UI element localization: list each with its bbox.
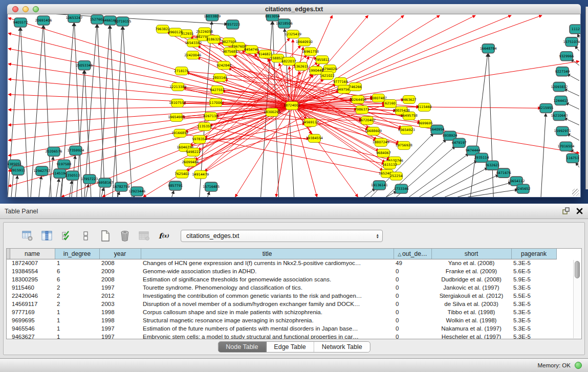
column-header-name[interactable]: name — [10, 249, 55, 259]
graph-node[interactable]: 22420046 — [184, 51, 201, 59]
table-cell[interactable]: 0 — [394, 292, 431, 300]
graph-node[interactable]: 12093832 — [551, 82, 568, 92]
table-row[interactable]: 1830029562008Estimation of significance … — [7, 275, 556, 283]
graph-node[interactable]: 17359924 — [67, 146, 84, 155]
table-cell[interactable]: Changes of HCN gene expression and I(f) … — [141, 259, 394, 267]
graph-node[interactable]: 20264456 — [350, 96, 366, 104]
table-row[interactable]: 977716911998Corpus callosum shape and si… — [7, 308, 556, 316]
graph-node[interactable]: 1112 — [570, 25, 580, 34]
graph-node[interactable]: 1621022 — [320, 72, 335, 80]
table-cell[interactable]: 1 — [55, 308, 99, 316]
graph-node[interactable]: 7632621 — [485, 161, 500, 170]
table-cell[interactable]: 5.3E-5 — [511, 259, 556, 267]
table-cell[interactable]: 1 — [55, 259, 99, 267]
graph-node[interactable]: 14914479 — [192, 170, 209, 179]
graph-node[interactable]: 12213389 — [169, 83, 186, 91]
table-vertical-scrollbar[interactable] — [573, 260, 581, 338]
graph-node[interactable]: 7955812 — [315, 56, 330, 64]
column-header-out-degree[interactable]: △out_de… — [394, 249, 431, 259]
graph-node[interactable]: 8454749 — [244, 46, 259, 54]
table-cell[interactable]: 1997 — [99, 333, 141, 339]
table-mode-icon[interactable] — [21, 229, 34, 243]
table-cell[interactable]: Nakamura et al. (1997) — [431, 324, 511, 333]
graph-node[interactable]: 18640910 — [296, 38, 313, 46]
table-cell[interactable]: 9115460 — [10, 283, 55, 292]
table-cell[interactable]: Stergiakouli et al. (2012) — [431, 292, 511, 300]
table-cell[interactable]: 2009 — [99, 267, 141, 275]
table-cell[interactable]: 0 — [394, 283, 431, 292]
graph-node[interactable]: 9242848 — [216, 61, 231, 70]
table-cell[interactable]: 0 — [394, 324, 431, 333]
table-cell[interactable]: 0 — [394, 275, 431, 283]
table-cell[interactable]: 0 — [394, 300, 431, 308]
tab-edge-table[interactable]: Edge Table — [266, 342, 314, 352]
network-canvas[interactable]: 1872400718300295181075541170061965498382… — [7, 14, 581, 198]
graph-node[interactable]: 5978354 — [192, 135, 207, 143]
graph-node[interactable]: 19166852 — [171, 129, 188, 137]
graph-node[interactable]: 1615132 — [382, 161, 397, 169]
graph-node[interactable]: 18724007 — [284, 102, 300, 110]
graph-node[interactable]: 16033809 — [204, 14, 221, 21]
close-panel-icon[interactable] — [576, 208, 583, 214]
table-cell[interactable]: Genome-wide association studies in ADHD. — [141, 267, 394, 275]
table-cell[interactable]: 5.3E-5 — [511, 300, 556, 308]
table-cell[interactable]: Disruption of a novel member of a sodium… — [141, 300, 394, 308]
graph-node[interactable]: 18807249 — [373, 138, 389, 146]
graph-node[interactable]: 17016504 — [558, 142, 575, 151]
table-cell[interactable]: 1998 — [99, 316, 141, 324]
graph-node[interactable]: 1640954 — [430, 125, 445, 134]
table-cell[interactable]: 22420046 — [10, 292, 55, 300]
graph-node[interactable]: 16720407 — [359, 116, 376, 124]
table-cell[interactable]: 9777169 — [10, 308, 55, 316]
table-cell[interactable]: 0 — [394, 308, 431, 316]
graph-node[interactable]: 2718176 — [174, 67, 189, 75]
graph-node[interactable]: 15751074 — [563, 37, 580, 47]
graph-node[interactable]: 9329966 — [559, 52, 574, 61]
table-cell[interactable]: 6 — [55, 267, 99, 275]
graph-node[interactable]: 9463627 — [402, 96, 417, 104]
table-cell[interactable]: 5.5E-5 — [511, 292, 556, 300]
graph-node[interactable]: 12325419 — [285, 30, 301, 38]
graph-node[interactable]: 7625402 — [175, 170, 189, 178]
graph-node[interactable]: 10688609 — [365, 127, 382, 135]
table-selector-dropdown[interactable]: citations_edges.txt ▲▼ — [181, 230, 383, 242]
new-column-icon[interactable] — [99, 229, 112, 243]
window-resize-grip[interactable] — [572, 189, 579, 196]
table-cell[interactable]: 2012 — [99, 292, 141, 300]
table-cell[interactable]: Tourette syndrome. Phenomenology and cla… — [141, 283, 394, 292]
graph-node[interactable]: 9115460 — [417, 103, 432, 112]
graph-node[interactable]: 8960128 — [168, 28, 183, 36]
function-builder-icon[interactable]: f(x) — [157, 229, 170, 243]
table-cell[interactable]: 18724007 — [10, 259, 55, 267]
table-cell[interactable]: Hescheler et al. (1997) — [431, 333, 511, 339]
table-cell[interactable]: Dudbridge et al. (2008) — [431, 275, 511, 283]
graph-node[interactable]: 9777169 — [333, 78, 348, 86]
table-cell[interactable]: 2008 — [99, 259, 141, 267]
delete-column-trash-icon[interactable] — [118, 229, 132, 243]
table-row[interactable]: 1456911722003Disruption of a novel membe… — [7, 300, 556, 308]
column-header-pagerank[interactable]: pagerank — [511, 249, 556, 259]
table-cell[interactable]: 1 — [55, 316, 99, 324]
float-panel-icon[interactable] — [562, 207, 570, 214]
table-cell[interactable]: 1998 — [99, 308, 141, 316]
delete-table-icon-disabled[interactable] — [138, 229, 151, 243]
graph-node[interactable]: 15716485 — [203, 182, 220, 191]
graph-node[interactable]: 10653247 — [66, 14, 82, 23]
window-titlebar[interactable]: citations_edges.txt — [7, 4, 581, 14]
graph-node[interactable]: 25226058 — [196, 28, 213, 36]
graph-node[interactable]: 7857223 — [225, 20, 240, 29]
graph-node[interactable]: 16648784 — [480, 44, 497, 53]
show-columns-icon[interactable] — [40, 229, 54, 243]
table-cell[interactable]: 5.3E-5 — [511, 333, 556, 339]
graph-node[interactable]: 8813054 — [265, 14, 280, 21]
table-cell[interactable]: 14569117 — [10, 300, 55, 308]
table-cell[interactable]: Structural magnetic resonance image aver… — [141, 316, 394, 324]
graph-node[interactable]: 117006 — [209, 99, 222, 107]
table-cell[interactable]: 1 — [55, 333, 99, 339]
graph-node[interactable]: 19384554 — [306, 134, 323, 142]
table-cell[interactable]: 5.3E-5 — [511, 316, 556, 324]
graph-node[interactable]: 19756928 — [396, 141, 412, 149]
graph-node[interactable]: 5498222 — [186, 148, 201, 156]
table-cell[interactable]: 2003 — [99, 300, 141, 308]
table-cell[interactable]: 9699695 — [10, 316, 55, 324]
